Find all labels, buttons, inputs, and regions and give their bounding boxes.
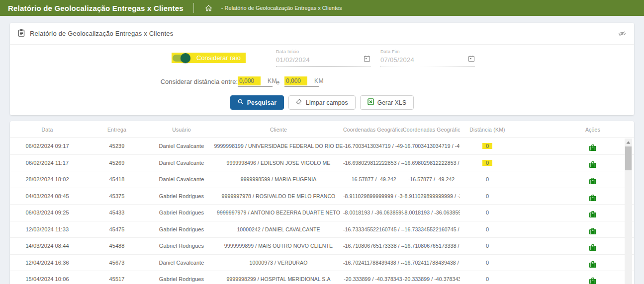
cell-user: Daniel Cavalcante [149,143,214,149]
cell-coord-delivery: -16.7003413034719 / -49.256287 [343,143,403,149]
distance-value: 0 [486,276,489,282]
briefcase-icon[interactable] [589,244,597,251]
cell-delivery: 45418 [85,176,149,182]
page-title: Relatório de Geolocalização Entregas x C… [0,4,191,12]
cell-date: 12/03/2024 11:33 [10,226,85,232]
cell-actions [515,277,626,284]
distance-connector: e [276,78,279,86]
gerar-xls-label: Gerar XLS [377,99,407,106]
briefcase-icon[interactable] [589,177,597,185]
table-row: 04/03/2024 08:45 45375 Gabriel Rodrigues… [10,188,634,205]
distance-value: 0 [482,160,492,166]
cell-client: 9999998599 / MARIA EUGENIA [214,176,343,182]
cell-distance: 0 [460,193,515,199]
table-header: Data Entrega Usuário Cliente Coordenadas… [10,121,634,138]
scrollbar-thumb[interactable] [625,146,632,170]
cell-coord-delivery: -20.333899 / -40.378343 [343,276,403,282]
cell-date: 06/02/2024 09:17 [10,143,85,149]
col-header-usuario: Usuário [149,127,214,133]
cell-client: 9999998299 / HOSPITAL MERIDIONAL S.A [214,276,343,282]
date-end-field: Data Fim [380,49,475,67]
toggle-label: Considerar raio [196,54,241,62]
briefcase-icon[interactable] [589,194,597,202]
toggle-switch[interactable] [173,55,191,62]
distance-to-field: KM [284,76,319,87]
excel-icon [368,98,374,107]
filter-card-title: Relatório de Geolocalização Entregas x C… [30,30,173,37]
distance-row: Considerar distância entre: KM e KM [10,76,634,87]
cell-actions [515,227,626,236]
vertical-scrollbar[interactable] [625,139,632,284]
results-table-card: Data Entrega Usuário Cliente Coordenadas… [10,121,634,284]
cell-distance: 0 [460,276,515,282]
distance-from-input[interactable] [238,76,261,85]
calendar-icon[interactable] [468,55,475,64]
cell-delivery: 45517 [85,276,149,282]
distance-to-unit: KM [314,77,324,84]
cell-date: 04/03/2024 08:45 [10,193,85,199]
cell-user: Daniel Cavalcante [149,260,214,266]
cell-coord-delivery: -16.698029812222853 / -49.2549 [343,160,403,166]
cell-coord-delivery: -8.911029899999999 / -36.48462 [343,193,403,199]
cell-date: 15/04/2024 10:06 [10,276,85,282]
cell-user: Gabriel Rodrigues [149,226,214,232]
cell-user: Daniel Cavalcante [149,160,214,166]
col-header-coord-cliente: Coordenadas Geográficas do Cliente [403,127,460,133]
col-header-entrega: Entrega [85,127,149,133]
cell-coord-client: -20.333899 / -40.378343 [403,276,460,282]
table-row: 28/02/2024 18:02 45418 Daniel Cavalcante… [10,171,634,188]
briefcase-icon[interactable] [589,211,597,218]
cell-distance: 0 [460,210,515,215]
eye-off-icon[interactable] [618,30,626,37]
briefcase-icon[interactable] [589,161,597,168]
toggle-knob [181,53,190,63]
date-end-input[interactable] [380,56,468,64]
cell-distance: 0 [460,243,515,249]
briefcase-icon[interactable] [589,227,597,235]
briefcase-icon[interactable] [589,277,597,284]
table-row: 14/03/2024 08:44 45488 Gabriel Rodrigues… [10,238,634,255]
cell-coord-delivery: -16.710806765173338 / -49.31778 [343,243,403,249]
date-start-input[interactable] [276,56,364,64]
limpar-campos-button[interactable]: Limpar campos [288,95,356,110]
cell-coord-delivery: -16.733345522160745 / -49.3434 [343,226,403,232]
table-row: 12/03/2024 11:33 45475 Gabriel Rodrigues… [10,221,634,238]
cell-coord-client: -8.0018193 / -36.0638599 [403,210,460,215]
briefcase-icon[interactable] [589,261,597,268]
cell-distance: 0 [460,176,515,182]
pesquisar-label: Pesquisar [247,99,276,106]
cell-client: 9999998496 / EDILSON JOSE VIGOLO ME [214,160,343,166]
cell-date: 14/03/2024 08:44 [10,243,85,249]
col-header-distancia: Distância (KM) [460,127,515,133]
topbar-divider [193,3,194,13]
considerar-raio-toggle[interactable]: Considerar raio [172,53,246,63]
cell-actions [515,177,626,186]
table-row: 06/02/2024 11:17 45269 Daniel Cavalcante… [10,155,634,172]
table-body: 06/02/2024 09:17 45239 Daniel Cavalcante… [10,138,634,284]
distance-value: 0 [486,210,489,215]
gerar-xls-button[interactable]: Gerar XLS [360,95,414,110]
cell-user: Gabriel Rodrigues [149,243,214,249]
distance-from-field: KM [238,76,273,87]
cell-actions [515,161,626,169]
pesquisar-button[interactable]: Pesquisar [230,95,284,110]
cell-client: 9999999899 / MAIS OUTRO NOVO CLIENTE [214,243,343,249]
home-icon[interactable] [205,4,212,12]
cell-date: 06/03/2024 09:25 [10,210,85,215]
scroll-up-arrow[interactable] [625,139,632,146]
briefcase-icon[interactable] [589,144,597,151]
cell-client: 9999997979 / ANTONIO BEZERRA DUARTE NETO [214,210,343,215]
cell-user: Daniel Cavalcante [149,176,214,182]
cell-coord-client: -16.7003413034719 / -49.25628775 [403,143,460,149]
cell-client: 10000242 / DANIEL CAVALCANTE [214,226,343,232]
distance-to-input[interactable] [284,76,307,85]
calendar-icon[interactable] [364,55,370,64]
cell-coord-delivery: -16.702411788439438 / -49.30218 [343,260,403,266]
clipboard-icon [18,29,25,39]
cell-date: 06/02/2024 11:17 [10,160,85,166]
cell-actions [515,261,626,269]
col-header-acoes: Ações [515,127,626,133]
cell-delivery: 45239 [85,143,149,149]
cell-date: 28/02/2024 18:02 [10,176,85,182]
cell-actions [515,144,626,152]
